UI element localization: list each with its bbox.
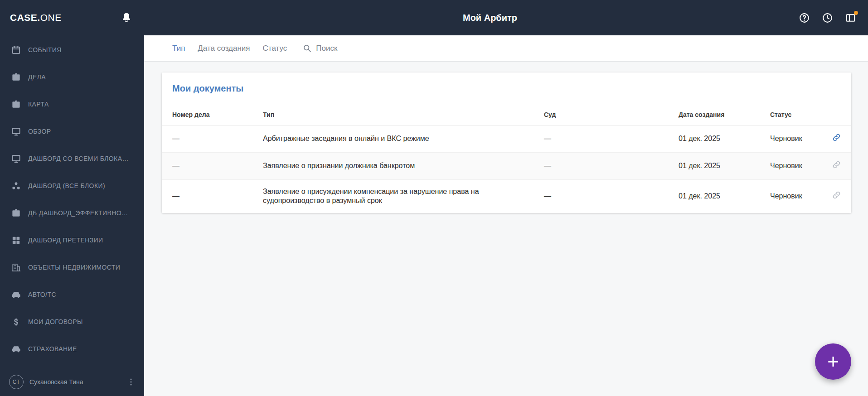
avatar: СТ (9, 375, 24, 389)
sidebar-item-map[interactable]: КАРТА (0, 91, 144, 118)
dashboard-monitor-icon (11, 154, 21, 164)
table-row[interactable]: — Заявление о признании должника банкрот… (162, 152, 851, 179)
cell-type: Заявление о присуждении компенсации за н… (263, 179, 544, 213)
history-icon[interactable] (822, 12, 833, 24)
filter-created[interactable]: Дата создания (198, 44, 250, 53)
real-estate-icon (11, 262, 21, 273)
column-type: Тип (263, 104, 544, 126)
link-icon[interactable] (832, 190, 841, 200)
topbar-actions (799, 12, 868, 24)
documents-table: Номер дела Тип Суд Дата создания Статус … (162, 104, 851, 213)
link-icon[interactable] (832, 133, 841, 142)
sidebar-user-row: СТ Сухановская Тина (0, 368, 144, 396)
sidebar-item-db-dashboard-effective[interactable]: ДБ ДАШБОРД_ЭФФЕКТИВНО… (0, 199, 144, 227)
cell-type: Арбитражные заседания в онлайн и ВКС реж… (263, 126, 544, 153)
cell-status: Черновик (770, 179, 830, 213)
filter-type[interactable]: Тип (172, 44, 185, 53)
cell-created: 01 дек. 2025 (679, 126, 770, 153)
sidebar-item-dashboard-all-blocks[interactable]: ДАШБОРД СО ВСЕМИ БЛОКА… (0, 145, 144, 172)
sidebar-item-overview[interactable]: ОБЗОР (0, 118, 144, 145)
filter-bar: Тип Дата создания Статус (144, 35, 868, 62)
cell-status: Черновик (770, 126, 830, 153)
table-row[interactable]: — Арбитражные заседания в онлайн и ВКС р… (162, 126, 851, 153)
db-dashboard-icon (11, 208, 21, 218)
cell-court: — (544, 126, 679, 153)
sidebar-item-cases[interactable]: ДЕЛА (0, 63, 144, 91)
cell-court: — (544, 152, 679, 179)
cell-created: 01 дек. 2025 (679, 152, 770, 179)
search-icon (302, 43, 312, 53)
column-court: Суд (544, 104, 679, 126)
app-logo-primary: CASE. (10, 12, 40, 23)
panel-icon[interactable] (845, 12, 856, 24)
search-input[interactable] (316, 44, 425, 53)
filter-status[interactable]: Статус (263, 44, 287, 53)
cell-court: — (544, 179, 679, 213)
topbar: CASE.ONE Мой Арбитр (0, 0, 868, 35)
dashboard-blocks-icon (11, 181, 21, 191)
documents-card: Мои документы Номер дела Тип Суд Дата со… (162, 72, 851, 213)
help-icon[interactable] (799, 12, 810, 24)
bell-icon[interactable] (121, 12, 132, 24)
table-row[interactable]: — Заявление о присуждении компенсации за… (162, 179, 851, 213)
overview-icon (11, 126, 21, 137)
sidebar-item-dashboard-vse-bloki[interactable]: ДАШБОРД (ВСЕ БЛОКИ) (0, 172, 144, 199)
column-created: Дата создания (679, 104, 770, 126)
add-document-fab[interactable]: + (815, 343, 851, 380)
cell-type: Заявление о признании должника банкротом (263, 152, 544, 179)
sidebar-item-insurance[interactable]: СТРАХОВАНИЕ (0, 335, 144, 362)
kebab-menu-icon[interactable] (126, 377, 136, 387)
content-area: Мои документы Номер дела Тип Суд Дата со… (144, 62, 868, 396)
column-link (830, 104, 851, 126)
cases-icon (11, 72, 21, 82)
dashboard-claims-icon (11, 235, 21, 246)
app-logo: CASE.ONE (10, 12, 62, 23)
sidebar-item-real-estate[interactable]: ОБЪЕКТЫ НЕДВИЖИМОСТИ (0, 254, 144, 281)
map-icon (11, 99, 21, 110)
sidebar-nav: СОБЫТИЯ ДЕЛА КАРТА ОБЗОР ДАШБОРД СО ВСЕМ… (0, 35, 144, 368)
insurance-icon (11, 344, 21, 354)
sidebar-item-auto[interactable]: АВТО/ТС (0, 281, 144, 308)
link-icon[interactable] (832, 160, 841, 169)
searchbox (302, 43, 425, 53)
sidebar: СОБЫТИЯ ДЕЛА КАРТА ОБЗОР ДАШБОРД СО ВСЕМ… (0, 35, 144, 396)
main-content: Тип Дата создания Статус Мои документы Н… (144, 35, 868, 396)
sidebar-item-events[interactable]: СОБЫТИЯ (0, 36, 144, 63)
sidebar-item-dashboard-claims[interactable]: ДАШБОРД ПРЕТЕНЗИИ (0, 227, 144, 254)
column-status: Статус (770, 104, 830, 126)
page-title: Мой Арбитр (463, 13, 517, 23)
cell-case-number: — (162, 152, 263, 179)
user-name: Сухановская Тина (29, 378, 126, 386)
topbar-left: CASE.ONE (0, 12, 144, 24)
documents-title: Мои документы (162, 72, 851, 104)
cell-created: 01 дек. 2025 (679, 179, 770, 213)
events-icon (11, 45, 21, 55)
column-case-number: Номер дела (162, 104, 263, 126)
cell-case-number: — (162, 179, 263, 213)
contracts-icon (11, 317, 21, 327)
table-header-row: Номер дела Тип Суд Дата создания Статус (162, 104, 851, 126)
auto-icon (11, 290, 21, 300)
sidebar-item-contracts[interactable]: МОИ ДОГОВОРЫ (0, 308, 144, 335)
documents-tbody: — Арбитражные заседания в онлайн и ВКС р… (162, 126, 851, 213)
app-logo-secondary: ONE (40, 12, 62, 23)
notification-dot (854, 11, 858, 15)
cell-status: Черновик (770, 152, 830, 179)
cell-case-number: — (162, 126, 263, 153)
